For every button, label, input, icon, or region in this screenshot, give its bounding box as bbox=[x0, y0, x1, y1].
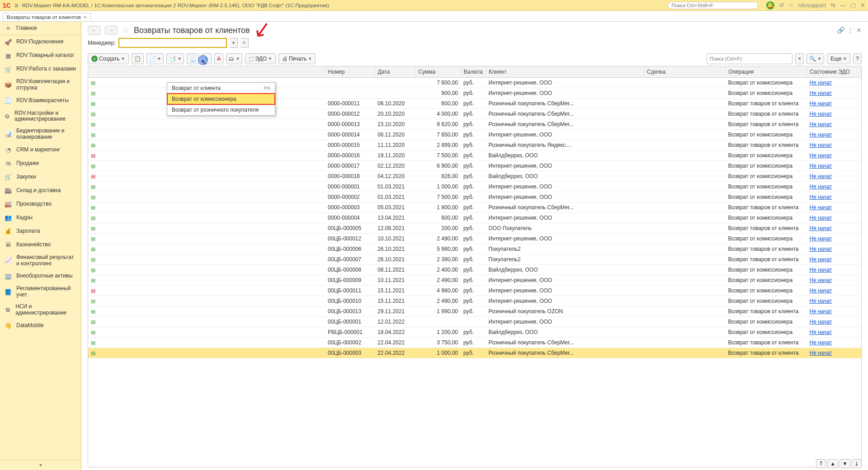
manager-clear-button[interactable]: × bbox=[241, 38, 249, 48]
edo-link[interactable]: Не начат bbox=[810, 277, 832, 283]
edo-link[interactable]: Не начат bbox=[810, 163, 832, 169]
page-menu-icon[interactable]: ⋮ bbox=[847, 27, 854, 34]
restore-icon[interactable]: ▢ bbox=[850, 2, 856, 9]
edo-link[interactable]: Не начат bbox=[810, 215, 832, 221]
column-header[interactable]: Валюта bbox=[461, 66, 486, 78]
column-header[interactable]: Состояние ЭДО bbox=[807, 66, 861, 78]
sidebar-item-10[interactable]: 🛒Закупки bbox=[0, 170, 81, 184]
edo-link[interactable]: Не начат bbox=[810, 329, 832, 335]
sidebar-item-15[interactable]: 🏛Казначейство bbox=[0, 238, 81, 252]
sidebar-item-17[interactable]: 🏢Внеоборотные активы bbox=[0, 269, 81, 283]
edo-link[interactable]: Не начат bbox=[810, 111, 832, 117]
table-row[interactable]: ▤00ЦБ-00000322.04.20221 000,00руб.Рознич… bbox=[88, 348, 861, 358]
sidebar-item-7[interactable]: 📊Бюджетирование и планирование bbox=[0, 125, 81, 143]
sidebar-collapse[interactable]: ▾ bbox=[0, 460, 81, 470]
page-favorite-icon[interactable]: ☆ bbox=[122, 25, 129, 35]
edo-link[interactable]: Не начат bbox=[810, 194, 832, 200]
search-button[interactable]: 🔍▼ bbox=[807, 53, 824, 64]
user-label[interactable]: rdvsupport bbox=[798, 2, 826, 9]
table-row[interactable]: ▤00ЦБ-00001329.11.20211 990,00руб.Рознич… bbox=[88, 306, 861, 317]
edo-link[interactable]: Не начат bbox=[810, 100, 832, 107]
column-header[interactable]: Сумма bbox=[415, 66, 461, 78]
edo-link[interactable]: Не начат bbox=[810, 173, 832, 179]
table-row[interactable]: ▤0000-00001702.12.20206 900,00руб.Интерн… bbox=[88, 161, 861, 171]
table-row[interactable]: ▤0000-00001619.11.20207 500,00руб.Вайлдб… bbox=[88, 150, 861, 161]
sidebar-item-5[interactable]: 🧾RDV:Взаиморасчеты bbox=[0, 94, 81, 108]
edo-link[interactable]: Не начат bbox=[810, 256, 832, 263]
print-button[interactable]: 🖨 Печать▼ bbox=[278, 53, 316, 64]
edo-link[interactable]: Не начат bbox=[810, 298, 832, 304]
table-row[interactable]: ▤0000-00000305.03.20211 800,00руб.Рознич… bbox=[88, 202, 861, 213]
sidebar-item-9[interactable]: 🛍Продажи bbox=[0, 157, 81, 170]
column-header[interactable]: Номер bbox=[325, 66, 375, 78]
table-row[interactable]: ▤0000-00001323.10.20209 620,00руб.Рознич… bbox=[88, 119, 861, 130]
list-search-input[interactable] bbox=[707, 53, 793, 64]
tab-returns[interactable]: Возвраты товаров от клиентов × bbox=[3, 13, 91, 21]
edo-link[interactable]: Не начат bbox=[810, 267, 832, 273]
nav-bottom-button[interactable]: ⤓ bbox=[852, 459, 862, 468]
edo-link[interactable]: Не начат bbox=[810, 204, 832, 211]
edo-link[interactable]: Не начат bbox=[810, 132, 832, 138]
menu-icon[interactable]: ≡ bbox=[14, 1, 19, 9]
sidebar-item-20[interactable]: 👋DataMobile bbox=[0, 319, 81, 333]
help-button[interactable]: ? bbox=[853, 53, 862, 64]
sidebar-item-18[interactable]: 📘Регламентированный учет bbox=[0, 283, 81, 301]
sidebar-item-14[interactable]: 💰Зарплата bbox=[0, 225, 81, 238]
sidebar-item-16[interactable]: 📈Финансовый результат и контроллинг bbox=[0, 252, 81, 270]
edo-link[interactable]: Не начат bbox=[810, 80, 832, 86]
search-clear-button[interactable]: × bbox=[795, 53, 804, 64]
link-icon[interactable]: 🔗 bbox=[837, 27, 844, 34]
table-row[interactable]: ▤0000-00000101.03.20211 000,00руб.Интерн… bbox=[88, 182, 861, 192]
sidebar-item-19[interactable]: ✿НСИ и администрирование bbox=[0, 301, 81, 319]
dropdown-item[interactable]: Возврат от розничного покупателя bbox=[167, 104, 275, 115]
create-button[interactable]: + Создать ▼ bbox=[88, 53, 129, 64]
table-row[interactable]: ▤0000-00001511.11.20202 899,00руб.Рознич… bbox=[88, 140, 861, 150]
minimize-icon[interactable]: — bbox=[840, 2, 846, 9]
table-row[interactable]: ▤00ЦБ-00001210.10.20212 490,00руб.Интерн… bbox=[88, 234, 861, 244]
manager-dropdown-button[interactable]: ▾ bbox=[230, 38, 238, 48]
sidebar-item-8[interactable]: ◔CRM и маркетинг bbox=[0, 143, 81, 157]
settings-icon[interactable]: ⇆ bbox=[830, 2, 835, 9]
edo-link[interactable]: Не начат bbox=[810, 235, 832, 242]
dropdown-item[interactable]: Возврат от клиентаIns bbox=[167, 83, 275, 94]
edo-link[interactable]: Не начат bbox=[810, 339, 832, 346]
column-header[interactable]: Операция bbox=[726, 66, 807, 78]
table-row[interactable]: ▤00ЦБ-00000910.11.20212 490,00руб.Интерн… bbox=[88, 275, 861, 286]
table-row[interactable]: ▤0000-00001406.11.20207 650,00руб.Интерн… bbox=[88, 130, 861, 140]
sidebar-item-6[interactable]: ⚙RDV:Настройки и администрирование bbox=[0, 108, 81, 126]
edo-link[interactable]: Не начат bbox=[810, 142, 832, 148]
edo-link[interactable]: Не начат bbox=[810, 121, 832, 127]
copy-button[interactable]: 📋 bbox=[132, 53, 144, 64]
edo-link[interactable]: Не начат bbox=[810, 183, 832, 190]
edo-button[interactable]: ⬚ ЭДО▼ bbox=[245, 53, 276, 64]
table-row[interactable]: ▤00ЦБ-00000512.08.2021200,00руб.ООО Поку… bbox=[88, 223, 861, 234]
edo-link[interactable]: Не начат bbox=[810, 308, 832, 315]
history-icon[interactable]: ↺ bbox=[779, 2, 784, 9]
set-status-button[interactable]: 📑▼ bbox=[166, 53, 184, 64]
column-header[interactable]: Дата bbox=[375, 66, 415, 78]
column-header[interactable] bbox=[88, 66, 325, 78]
table-row[interactable]: ▤00ЦБ-00000626.10.20215 980,00руб.Покупа… bbox=[88, 244, 861, 254]
sidebar-item-4[interactable]: 📦RDV:Комплектация и отгрузка bbox=[0, 76, 81, 94]
table-row[interactable]: ▤00ЦБ-00000808.11.20212 400,00руб.Вайлдб… bbox=[88, 265, 861, 275]
close-icon[interactable]: ✕ bbox=[860, 2, 865, 9]
notifications-icon[interactable]: 🔔 bbox=[766, 1, 774, 9]
tab-close-icon[interactable]: × bbox=[84, 14, 87, 20]
sidebar-item-2[interactable]: ▦RDV:Товарный каталог bbox=[0, 49, 81, 62]
edo-link[interactable]: Не начат bbox=[810, 319, 832, 325]
column-header[interactable]: Сделка bbox=[644, 66, 726, 78]
table-row[interactable]: ▤РВЦБ-00000118.04.20221 200,00руб.Вайлдб… bbox=[88, 327, 861, 338]
global-search-input[interactable] bbox=[668, 2, 758, 9]
group-button[interactable]: 🗂▼ bbox=[226, 53, 242, 64]
table-row[interactable]: ▤00ЦБ-00000112.01.2022Интернет-решение, … bbox=[88, 317, 861, 327]
edo-link[interactable]: Не начат bbox=[810, 225, 832, 231]
table-row[interactable]: ▤00ЦБ-00001015.11.20212 490,00руб.Интерн… bbox=[88, 296, 861, 306]
sidebar-item-12[interactable]: 🏭Производство bbox=[0, 197, 81, 211]
edo-link[interactable]: Не начат bbox=[810, 90, 832, 96]
edo-link[interactable]: Не начат bbox=[810, 287, 832, 294]
table-row[interactable]: ▤00ЦБ-00000726.10.20212 380,00руб.Покупа… bbox=[88, 254, 861, 265]
sidebar-item-0[interactable]: ≡Главное bbox=[0, 22, 81, 35]
page-close-icon[interactable]: ✕ bbox=[856, 27, 862, 34]
dropdown-item[interactable]: Возврат от комиссионера bbox=[167, 93, 275, 105]
column-header[interactable]: Клиент bbox=[486, 66, 644, 78]
